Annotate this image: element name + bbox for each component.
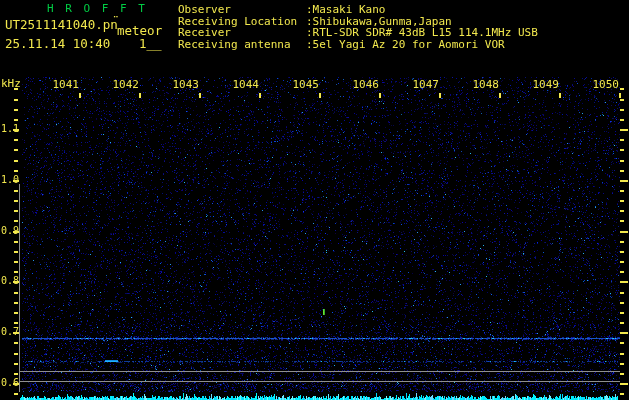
- echo-counter: 1__: [139, 37, 162, 50]
- axis-tick: [620, 332, 628, 334]
- axis-tick: [14, 210, 18, 212]
- axis-tick: [14, 393, 18, 395]
- axis-tick: [620, 99, 624, 101]
- info-value: :Masaki Kano: [306, 4, 385, 16]
- output-filename: UT2511141040.pn: [5, 18, 118, 31]
- axis-tick: [14, 251, 18, 253]
- axis-tick: [620, 180, 628, 182]
- axis-tick: [14, 302, 18, 304]
- axis-tick: [620, 88, 624, 90]
- axis-tick: [14, 292, 18, 294]
- axis-tick: [620, 160, 624, 162]
- axis-tick: [620, 109, 624, 111]
- spectrogram-canvas: [0, 0, 629, 400]
- axis-tick: [620, 251, 624, 253]
- axis-tick: [620, 393, 624, 395]
- axis-tick: [620, 220, 624, 222]
- axis-tick: [620, 170, 624, 172]
- x-axis-label: 1049: [531, 79, 559, 91]
- app-title: H R O F F T: [47, 3, 147, 15]
- hrofft-screen: H R O F F T UT2511141040.pn ¨ meteor 25.…: [0, 0, 629, 400]
- axis-tick: [14, 241, 18, 243]
- axis-tick: [620, 210, 624, 212]
- axis-tick: [14, 353, 18, 355]
- axis-tick: [559, 93, 561, 98]
- axis-tick: [14, 363, 18, 365]
- axis-tick: [14, 160, 18, 162]
- axis-tick: [139, 93, 141, 98]
- info-label: Observer: [178, 4, 231, 16]
- axis-tick: [14, 170, 18, 172]
- axis-tick: [499, 93, 501, 98]
- axis-tick: [620, 190, 624, 192]
- date-time: 25.11.14 10:40: [5, 37, 110, 50]
- x-axis-label: 1050: [591, 79, 619, 91]
- axis-tick: [14, 261, 18, 263]
- x-axis-label: 1047: [411, 79, 439, 91]
- axis-tick: [620, 119, 624, 121]
- axis-tick: [259, 93, 261, 98]
- axis-tick: [13, 129, 19, 131]
- axis-tick: [620, 322, 624, 324]
- axis-tick: [620, 231, 628, 233]
- x-axis-label: 1043: [171, 79, 199, 91]
- axis-tick: [79, 93, 81, 98]
- axis-tick: [620, 292, 624, 294]
- axis-tick: [620, 149, 624, 151]
- info-value: :RTL-SDR SDR# 43dB L15 114.1MHz USB: [306, 27, 538, 39]
- axis-tick: [620, 129, 628, 131]
- axis-tick: [620, 261, 624, 263]
- axis-tick: [14, 373, 18, 375]
- x-axis-label: 1041: [51, 79, 79, 91]
- axis-tick: [13, 383, 19, 385]
- axis-tick: [620, 312, 624, 314]
- x-axis-label: 1045: [291, 79, 319, 91]
- axis-tick: [620, 139, 624, 141]
- axis-tick: [620, 353, 624, 355]
- info-label: Receiving antenna: [178, 39, 291, 51]
- axis-tick: [620, 383, 628, 385]
- axis-tick: [14, 119, 18, 121]
- axis-tick: [13, 281, 19, 283]
- axis-tick: [619, 93, 621, 98]
- axis-tick: [620, 200, 624, 202]
- axis-tick: [620, 373, 624, 375]
- axis-tick: [13, 332, 19, 334]
- axis-tick: [620, 342, 624, 344]
- axis-tick: [14, 220, 18, 222]
- axis-tick: [14, 200, 18, 202]
- info-value: :5el Yagi Az 20 for Aomori VOR: [306, 39, 505, 51]
- axis-tick: [13, 180, 19, 182]
- axis-tick: [620, 271, 624, 273]
- info-label: Receiver: [178, 27, 231, 39]
- axis-tick: [439, 93, 441, 98]
- axis-tick: [14, 271, 18, 273]
- x-axis-label: 1046: [351, 79, 379, 91]
- x-axis-label: 1042: [111, 79, 139, 91]
- axis-tick: [620, 281, 628, 283]
- axis-tick: [319, 93, 321, 98]
- axis-tick: [14, 109, 18, 111]
- axis-tick: [14, 88, 18, 90]
- x-axis-label: 1048: [471, 79, 499, 91]
- axis-tick: [14, 149, 18, 151]
- x-axis-label: 1044: [231, 79, 259, 91]
- axis-tick: [14, 322, 18, 324]
- axis-tick: [14, 312, 18, 314]
- axis-tick: [13, 231, 19, 233]
- axis-tick: [620, 241, 624, 243]
- axis-tick: [199, 93, 201, 98]
- axis-tick: [620, 302, 624, 304]
- axis-tick: [14, 139, 18, 141]
- axis-tick: [620, 363, 624, 365]
- axis-tick: [14, 99, 18, 101]
- axis-tick: [14, 342, 18, 344]
- axis-tick: [379, 93, 381, 98]
- axis-tick: [14, 190, 18, 192]
